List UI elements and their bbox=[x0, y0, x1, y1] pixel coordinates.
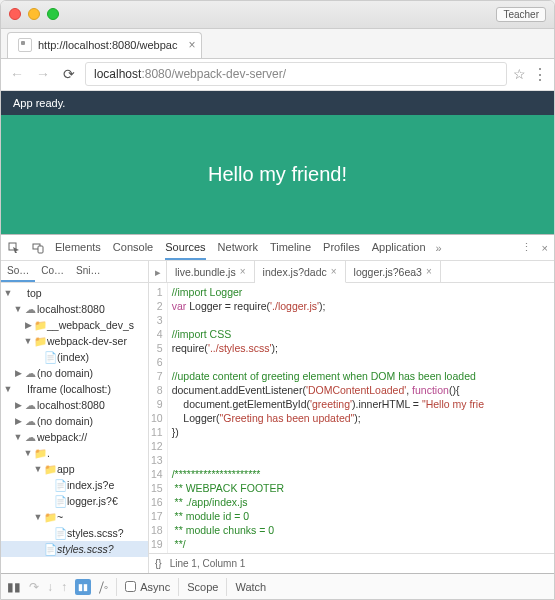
back-button[interactable]: ← bbox=[7, 64, 27, 84]
tree-label: localhost:8080 bbox=[37, 399, 105, 411]
sidebar-tab[interactable]: Co… bbox=[35, 261, 70, 282]
app-status-text: App ready. bbox=[13, 97, 65, 109]
pause-exceptions-icon[interactable]: ⧸◦ bbox=[99, 580, 108, 594]
tree-item[interactable]: ▼📁. bbox=[1, 445, 148, 461]
titlebar: Teacher bbox=[1, 1, 554, 29]
devtools-tab-timeline[interactable]: Timeline bbox=[270, 241, 311, 254]
browser-tab[interactable]: http://localhost:8080/webpac × bbox=[7, 32, 202, 58]
pause-icon[interactable]: ▮▮ bbox=[7, 580, 21, 594]
teacher-badge[interactable]: Teacher bbox=[496, 7, 546, 22]
app-status-bar: App ready. bbox=[1, 91, 554, 115]
tree-item[interactable]: ▶☁(no domain) bbox=[1, 365, 148, 381]
file-tab[interactable]: index.js?dadc× bbox=[255, 261, 346, 283]
tree-label: Iframe (localhost:) bbox=[27, 383, 111, 395]
devtools-tabs: ElementsConsoleSourcesNetworkTimelinePro… bbox=[55, 241, 426, 254]
file-tabs: ▸ live.bundle.js×index.js?dadc×logger.js… bbox=[149, 261, 554, 283]
tree-label: (no domain) bbox=[37, 367, 93, 379]
tree-item[interactable]: 📄styles.scss? bbox=[1, 541, 148, 557]
sidebar-tabs: So…Co…Sni… bbox=[1, 261, 148, 283]
minimize-window-button[interactable] bbox=[28, 8, 40, 20]
reload-button[interactable]: ⟳ bbox=[59, 64, 79, 84]
sources-sidebar: So…Co…Sni… ▼top▼☁localhost:8080▶📁__webpa… bbox=[1, 261, 149, 573]
tree-label: localhost:8080 bbox=[37, 303, 105, 315]
scope-tab[interactable]: Scope bbox=[187, 581, 218, 593]
tab-title: http://localhost:8080/webpac bbox=[38, 39, 177, 51]
tree-label: styles.scss? bbox=[57, 543, 114, 555]
tree-item[interactable]: ▼top bbox=[1, 285, 148, 301]
devtools-panel: ElementsConsoleSourcesNetworkTimelinePro… bbox=[1, 234, 554, 599]
inspect-icon[interactable] bbox=[7, 241, 21, 255]
close-file-icon[interactable]: × bbox=[240, 266, 246, 277]
tree-label: webpack:// bbox=[37, 431, 87, 443]
sidebar-tab[interactable]: Sni… bbox=[70, 261, 106, 282]
tree-label: (index) bbox=[57, 351, 89, 363]
tree-label: logger.js?€ bbox=[67, 495, 118, 507]
devtools-close-icon[interactable]: × bbox=[542, 242, 548, 254]
close-file-icon[interactable]: × bbox=[426, 266, 432, 277]
tree-item[interactable]: 📄index.js?e bbox=[1, 477, 148, 493]
file-tab[interactable]: live.bundle.js× bbox=[167, 261, 255, 282]
tree-item[interactable]: ▼📁~ bbox=[1, 509, 148, 525]
maximize-window-button[interactable] bbox=[47, 8, 59, 20]
tree-item[interactable]: ▼📁webpack-dev-ser bbox=[1, 333, 148, 349]
file-tab-label: index.js?dadc bbox=[263, 266, 327, 278]
code-editor[interactable]: 12345678910111213141516171819 //import L… bbox=[149, 283, 554, 553]
tree-label: . bbox=[47, 447, 50, 459]
devtools-tab-network[interactable]: Network bbox=[218, 241, 258, 254]
devtools-tab-sources[interactable]: Sources bbox=[165, 241, 205, 260]
device-icon[interactable] bbox=[31, 241, 45, 255]
file-tab-label: logger.js?6ea3 bbox=[354, 266, 422, 278]
devtools-tab-elements[interactable]: Elements bbox=[55, 241, 101, 254]
devtools-menu-icon[interactable]: ⋮ bbox=[521, 241, 532, 254]
url-host: localhost bbox=[94, 67, 141, 81]
bookmark-icon[interactable]: ☆ bbox=[513, 66, 526, 82]
cursor-position: Line 1, Column 1 bbox=[170, 558, 246, 569]
editor-status-bar: {} Line 1, Column 1 bbox=[149, 553, 554, 573]
tree-label: (no domain) bbox=[37, 415, 93, 427]
tree-label: __webpack_dev_s bbox=[47, 319, 134, 331]
tree-item[interactable]: ▶📁__webpack_dev_s bbox=[1, 317, 148, 333]
devtools-header: ElementsConsoleSourcesNetworkTimelinePro… bbox=[1, 235, 554, 261]
deactivate-breakpoints-icon[interactable]: ▮▮ bbox=[75, 579, 91, 595]
step-over-icon[interactable]: ↷ bbox=[29, 580, 39, 594]
async-label: Async bbox=[140, 581, 170, 593]
step-into-icon[interactable]: ↓ bbox=[47, 580, 53, 594]
greeting-text: Hello my friend! bbox=[208, 163, 347, 186]
tree-item[interactable]: 📄(index) bbox=[1, 349, 148, 365]
tree-item[interactable]: ▼Iframe (localhost:) bbox=[1, 381, 148, 397]
browser-menu-icon[interactable]: ⋮ bbox=[532, 65, 548, 84]
page-content: Hello my friend! bbox=[1, 115, 554, 234]
async-checkbox-input[interactable] bbox=[125, 581, 136, 592]
file-tab[interactable]: logger.js?6ea3× bbox=[346, 261, 441, 282]
tree-label: styles.scss? bbox=[67, 527, 124, 539]
watch-tab[interactable]: Watch bbox=[235, 581, 266, 593]
close-file-icon[interactable]: × bbox=[331, 266, 337, 277]
tree-item[interactable]: ▼☁localhost:8080 bbox=[1, 301, 148, 317]
async-checkbox[interactable]: Async bbox=[125, 581, 170, 593]
braces-icon[interactable]: {} bbox=[155, 558, 162, 569]
devtools-tab-console[interactable]: Console bbox=[113, 241, 153, 254]
tree-label: webpack-dev-ser bbox=[47, 335, 127, 347]
devtools-tab-profiles[interactable]: Profiles bbox=[323, 241, 360, 254]
tree-label: app bbox=[57, 463, 75, 475]
sources-main: ▸ live.bundle.js×index.js?dadc×logger.js… bbox=[149, 261, 554, 573]
sidebar-tab[interactable]: So… bbox=[1, 261, 35, 282]
devtools-tab-application[interactable]: Application bbox=[372, 241, 426, 254]
close-tab-icon[interactable]: × bbox=[188, 38, 195, 52]
forward-button: → bbox=[33, 64, 53, 84]
close-window-button[interactable] bbox=[9, 8, 21, 20]
tree-item[interactable]: 📄styles.scss? bbox=[1, 525, 148, 541]
file-tab-nav-icon[interactable]: ▸ bbox=[149, 261, 167, 282]
more-tabs-icon[interactable]: » bbox=[436, 242, 442, 254]
file-tree: ▼top▼☁localhost:8080▶📁__webpack_dev_s▼📁w… bbox=[1, 283, 148, 573]
tree-item[interactable]: ▶☁(no domain) bbox=[1, 413, 148, 429]
svg-rect-2 bbox=[38, 246, 43, 253]
tree-item[interactable]: 📄logger.js?€ bbox=[1, 493, 148, 509]
devtools-body: So…Co…Sni… ▼top▼☁localhost:8080▶📁__webpa… bbox=[1, 261, 554, 573]
tree-item[interactable]: ▼☁webpack:// bbox=[1, 429, 148, 445]
tree-label: ~ bbox=[57, 511, 63, 523]
tree-item[interactable]: ▶☁localhost:8080 bbox=[1, 397, 148, 413]
step-out-icon[interactable]: ↑ bbox=[61, 580, 67, 594]
tree-item[interactable]: ▼📁app bbox=[1, 461, 148, 477]
url-input[interactable]: localhost:8080/webpack-dev-server/ bbox=[85, 62, 507, 86]
